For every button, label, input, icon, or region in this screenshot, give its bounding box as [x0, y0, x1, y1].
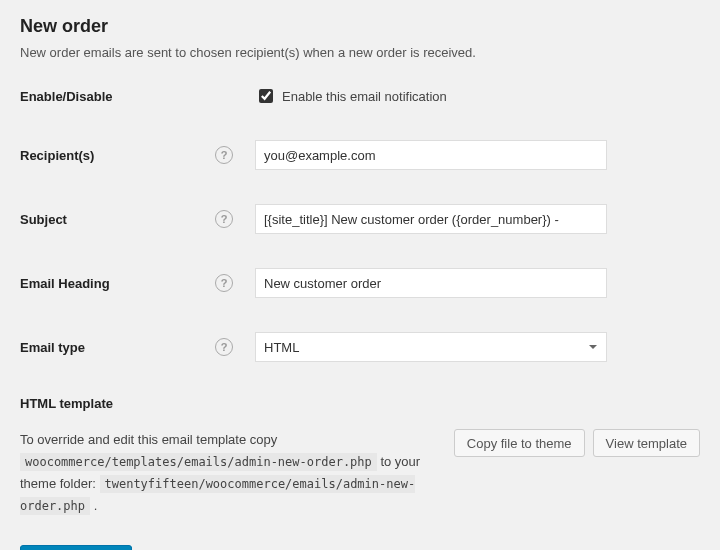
enable-checkbox[interactable]	[259, 89, 273, 103]
recipients-label: Recipient(s)	[20, 148, 215, 163]
help-icon[interactable]: ?	[215, 210, 233, 228]
view-template-button[interactable]: View template	[593, 429, 700, 457]
type-label: Email type	[20, 340, 215, 355]
type-select[interactable]: HTML	[255, 332, 607, 362]
subject-label: Subject	[20, 212, 215, 227]
help-icon[interactable]: ?	[215, 274, 233, 292]
page-title: New order	[20, 16, 700, 37]
template-text: To override and edit this email template…	[20, 429, 438, 517]
template-heading: HTML template	[20, 396, 700, 411]
save-button[interactable]: Save changes	[20, 545, 132, 550]
heading-label: Email Heading	[20, 276, 215, 291]
recipients-input[interactable]	[255, 140, 607, 170]
help-icon[interactable]: ?	[215, 146, 233, 164]
help-icon[interactable]: ?	[215, 338, 233, 356]
subject-input[interactable]	[255, 204, 607, 234]
enable-checkbox-label: Enable this email notification	[282, 89, 447, 104]
copy-file-button[interactable]: Copy file to theme	[454, 429, 585, 457]
page-description: New order emails are sent to chosen reci…	[20, 45, 700, 60]
heading-input[interactable]	[255, 268, 607, 298]
enable-label: Enable/Disable	[20, 89, 215, 104]
template-code-source: woocommerce/templates/emails/admin-new-o…	[20, 453, 377, 471]
